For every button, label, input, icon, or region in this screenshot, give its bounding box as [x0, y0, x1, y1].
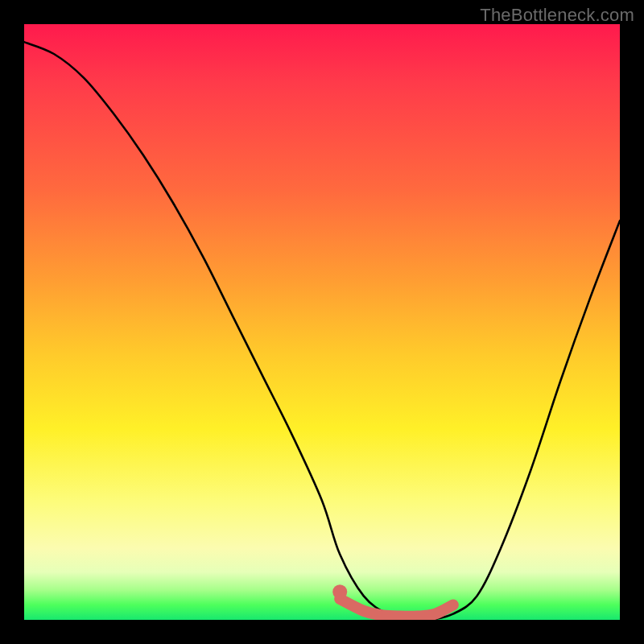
- chart-svg: [24, 24, 620, 620]
- bottleneck-curve: [24, 42, 620, 620]
- watermark-text: TheBottleneck.com: [480, 5, 634, 26]
- plot-area: [24, 24, 620, 620]
- highlight-dot-left: [332, 584, 347, 599]
- highlight-segment: [340, 599, 453, 617]
- chart-frame: TheBottleneck.com: [0, 0, 644, 644]
